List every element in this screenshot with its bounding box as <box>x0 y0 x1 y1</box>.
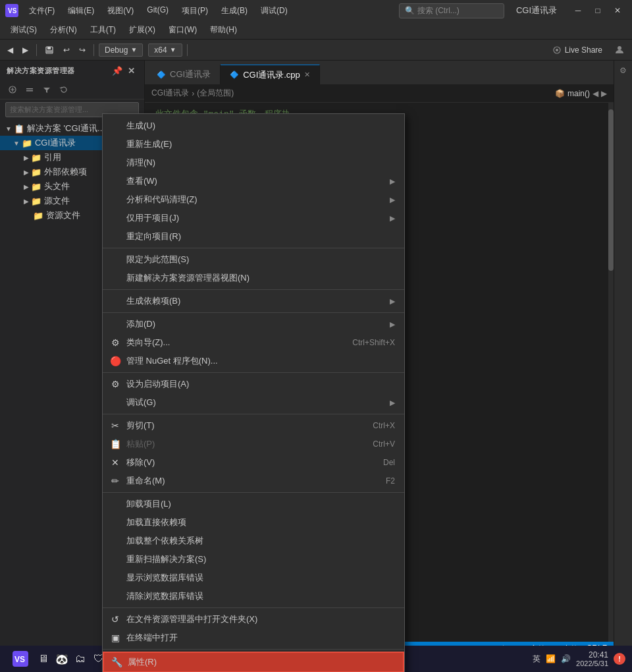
ctx-item-8[interactable]: 限定为此范围(S) <box>103 250 404 269</box>
save-all-btn[interactable] <box>41 43 57 57</box>
ctx-item-14[interactable]: ⚙类向导(Z)...Ctrl+Shift+X <box>103 333 404 352</box>
ctx-item-29[interactable]: 显示浏览数据库错误 <box>103 569 404 587</box>
ctx-item-30[interactable]: 清除浏览数据库错误 <box>103 587 404 605</box>
tree-arrow: ▼ <box>5 125 12 132</box>
debug-dropdown[interactable]: Debug ▼ <box>99 43 143 57</box>
project-icon: 📁 <box>22 138 32 148</box>
menu-view[interactable]: 视图(V) <box>101 3 140 19</box>
menu-tools[interactable]: 工具(T) <box>84 22 122 38</box>
ctx-item-33[interactable]: ▣在终端中打开 <box>103 629 404 647</box>
ctx-item-1[interactable]: 重新生成(E) <box>103 135 404 154</box>
sidebar-close-btn[interactable]: ✕ <box>126 65 138 76</box>
sidebar-sync-btn[interactable] <box>5 82 20 97</box>
breadcrumb-nav-next[interactable]: ▶ <box>601 89 607 98</box>
sidebar-pin-btn[interactable]: 📌 <box>111 65 123 76</box>
live-share-button[interactable]: Live Share <box>546 43 609 57</box>
ctx-item-26[interactable]: 加载直接依赖项 <box>103 513 404 532</box>
minimize-button[interactable]: ─ <box>569 4 587 17</box>
sidebar-filter-btn[interactable] <box>40 82 54 97</box>
undo-btn[interactable]: ↩ <box>60 43 73 57</box>
taskbar-icon-monitor[interactable]: 🖥 <box>34 650 53 668</box>
ctx-label-17: 设为启动项目(A) <box>126 378 189 390</box>
menu-git[interactable]: Git(G) <box>140 3 175 19</box>
ctx-item-25[interactable]: 卸载项目(L) <box>103 495 404 513</box>
sidebar-header: 解决方案资源管理器 📌 ✕ <box>0 61 144 80</box>
ctx-icon-35: 🔧 <box>111 656 122 668</box>
menu-extensions[interactable]: 扩展(X) <box>122 22 162 38</box>
ctx-shortcut-14: Ctrl+Shift+X <box>352 338 395 347</box>
menu-analyze[interactable]: 分析(N) <box>43 22 84 38</box>
ctx-label-15: 管理 NuGet 程序包(N)... <box>126 355 218 367</box>
editor-scrollbar[interactable] <box>608 103 614 642</box>
taskbar-volume-icon[interactable]: 🔊 <box>561 654 571 663</box>
ctx-item-2[interactable]: 清理(N) <box>103 154 404 172</box>
sidebar-refresh-btn[interactable] <box>57 82 71 97</box>
nav-fwd-btn[interactable]: ▶ <box>19 43 32 57</box>
ctx-item-17[interactable]: ⚙设为启动项目(A) <box>103 375 404 393</box>
ctx-item-4[interactable]: 分析和代码清理(Z)▶ <box>103 190 404 209</box>
right-settings-btn[interactable]: ⚙ <box>616 63 631 78</box>
tab-cgi-label: CGI通讯录 <box>170 69 211 80</box>
ctx-label-5: 仅用于项目(J) <box>126 212 179 224</box>
taskbar-notification[interactable]: ! <box>614 653 625 665</box>
toolbar-right: Live Share <box>546 43 628 57</box>
tree-arrow: ▼ <box>13 140 20 147</box>
taskbar-time[interactable]: 20:41 2022/5/31 <box>576 650 608 667</box>
menu-debug[interactable]: 调试(D) <box>254 3 294 19</box>
ctx-label-30: 清除浏览数据库错误 <box>126 590 203 602</box>
close-button[interactable]: ✕ <box>608 4 627 17</box>
ctx-item-32[interactable]: ↺在文件资源管理器中打开文件夹(X) <box>103 610 404 629</box>
menu-file[interactable]: 文件(F) <box>22 3 61 19</box>
ctx-item-11[interactable]: 生成依赖项(B)▶ <box>103 292 404 310</box>
taskbar-lang[interactable]: 英 <box>533 654 540 665</box>
ctx-item-35[interactable]: 🔧属性(R) <box>103 652 404 672</box>
breadcrumb-scope: (全局范围) <box>197 88 234 99</box>
ctx-item-18[interactable]: 调试(G)▶ <box>103 393 404 412</box>
redo-btn[interactable]: ↪ <box>76 43 89 57</box>
scrollbar-thumb[interactable] <box>608 109 614 271</box>
ctx-item-5[interactable]: 仅用于项目(J)▶ <box>103 209 404 227</box>
right-strip: ⚙ 解 纵 向 调 试 <box>614 61 632 656</box>
taskbar-wifi-icon[interactable]: 📶 <box>546 654 556 663</box>
ctx-item-0[interactable]: 生成(U) <box>103 117 404 135</box>
taskbar-app-vs[interactable]: VS <box>7 648 34 669</box>
ctx-item-6[interactable]: 重定向项目(R) <box>103 227 404 246</box>
svg-rect-9 <box>26 88 33 90</box>
menu-build[interactable]: 生成(B) <box>215 3 254 19</box>
ctx-separator-19 <box>103 414 404 414</box>
ctx-label-22: 移除(V) <box>126 457 155 468</box>
menu-edit[interactable]: 编辑(E) <box>61 3 101 19</box>
sidebar-toolbar <box>0 80 144 99</box>
arch-dropdown[interactable]: x64 ▼ <box>148 43 182 57</box>
sidebar-collapse-btn[interactable] <box>22 82 37 97</box>
extdep-icon: 📁 <box>31 167 41 177</box>
tab-cpp-close[interactable]: ✕ <box>304 70 310 79</box>
context-menu: 生成(U)重新生成(E)清理(N)查看(W)▶分析和代码清理(Z)▶仅用于项目(… <box>102 113 405 672</box>
title-search[interactable]: 🔍 搜索 (Ctrl...) <box>399 3 504 18</box>
profile-btn[interactable] <box>611 43 628 57</box>
breadcrumb-nav-prev[interactable]: ◀ <box>592 89 598 98</box>
ctx-item-28[interactable]: 重新扫描解决方案(S) <box>103 550 404 569</box>
ctx-item-22[interactable]: ✕移除(V)Del <box>103 453 404 472</box>
ctx-label-28: 重新扫描解决方案(S) <box>126 553 206 565</box>
ctx-item-23[interactable]: ✏重命名(M)F2 <box>103 472 404 490</box>
maximize-button[interactable]: □ <box>589 4 607 17</box>
ctx-item-9[interactable]: 新建解决方案资源管理器视图(N) <box>103 269 404 287</box>
editor-tab-cpp[interactable]: 🔷 CGI通讯录.cpp ✕ <box>221 65 320 84</box>
taskbar-icon-files[interactable]: 🗂 <box>71 650 90 668</box>
ctx-item-3[interactable]: 查看(W)▶ <box>103 172 404 190</box>
ctx-item-13[interactable]: 添加(D)▶ <box>103 315 404 333</box>
ctx-item-20[interactable]: ✂剪切(T)Ctrl+X <box>103 416 404 435</box>
nav-back-btn[interactable]: ◀ <box>4 43 16 57</box>
ctx-item-15[interactable]: 🔴管理 NuGet 程序包(N)... <box>103 352 404 370</box>
ctx-item-27[interactable]: 加载整个依赖关系树 <box>103 532 404 550</box>
editor-tab-cgi[interactable]: 🔷 CGI通讯录 <box>147 65 221 84</box>
taskbar-icon-panda[interactable]: 🐼 <box>53 650 71 668</box>
ctx-label-33: 在终端中打开 <box>126 632 178 644</box>
menu-window[interactable]: 窗口(W) <box>162 22 203 38</box>
taskbar-right: 英 📶 🔊 20:41 2022/5/31 ! <box>533 650 625 667</box>
menu-test[interactable]: 测试(S) <box>4 22 43 38</box>
editor-breadcrumb: CGI通讯录 › (全局范围) 📦 main() ◀ ▶ <box>145 84 614 103</box>
menu-project[interactable]: 项目(P) <box>175 3 215 19</box>
menu-help[interactable]: 帮助(H) <box>203 22 244 38</box>
